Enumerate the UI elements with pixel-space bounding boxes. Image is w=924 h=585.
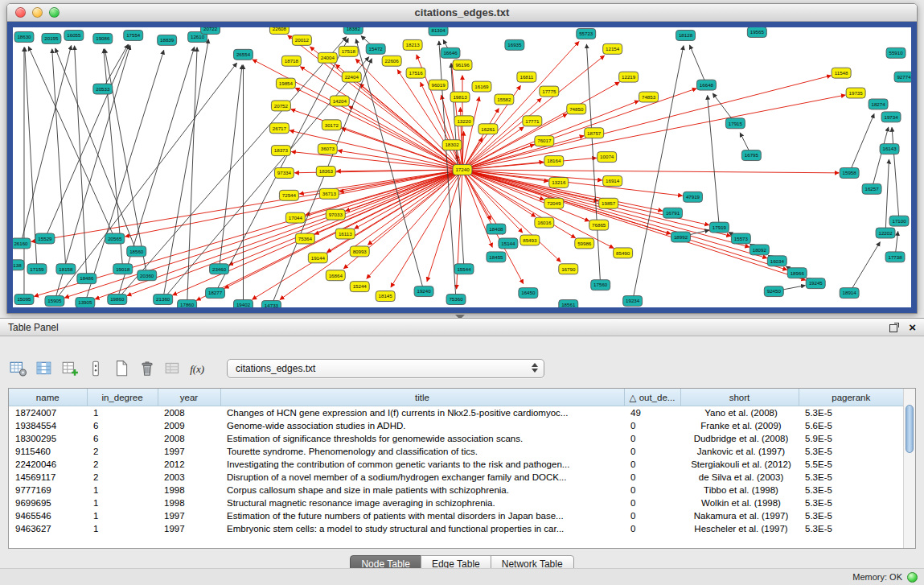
graph-node[interactable]: 16648	[696, 80, 716, 90]
table-cell[interactable]: 5.3E-5	[799, 496, 903, 509]
table-settings-button[interactable]	[8, 358, 29, 379]
graph-node[interactable]: 16790	[559, 264, 578, 274]
graph-node[interactable]: 19735	[846, 88, 865, 98]
graph-node[interactable]: 18408	[487, 224, 506, 234]
graph-node[interactable]: 18839	[158, 35, 177, 45]
delete-table-button[interactable]	[137, 358, 158, 379]
graph-edge[interactable]	[64, 170, 462, 298]
graph-edge[interactable]	[462, 170, 839, 173]
table-cell[interactable]: 5.3E-5	[799, 484, 903, 496]
graph-node[interactable]: 20195	[42, 33, 61, 43]
table-cell[interactable]: Yano et al. (2008)	[680, 406, 799, 420]
table-cell[interactable]: Jankovic et al. (1997)	[680, 445, 799, 458]
create-column-button[interactable]	[85, 358, 106, 379]
graph-node[interactable]: 30172	[322, 120, 341, 130]
table-cell[interactable]: Hescheler et al. (1997)	[680, 522, 799, 535]
graph-node[interactable]: 18966	[787, 268, 807, 278]
table-cell[interactable]: Changes of HCN gene expression and I(f) …	[220, 406, 624, 420]
table-cell[interactable]: Wolkin et al. (1998)	[680, 496, 799, 509]
graph-edge[interactable]	[187, 47, 197, 305]
graph-node[interactable]: 72544	[279, 190, 298, 200]
table-cell[interactable]: 2009	[158, 419, 220, 432]
table-cell[interactable]: 18300295	[9, 432, 87, 445]
graph-node[interactable]: 18914	[840, 288, 859, 299]
graph-node[interactable]: 26160	[13, 238, 31, 249]
table-cell[interactable]: 9465546	[9, 509, 87, 522]
zoom-window-button[interactable]	[49, 7, 60, 18]
close-window-button[interactable]	[15, 7, 26, 18]
table-cell[interactable]: 5.5E-5	[799, 458, 903, 471]
graph-node[interactable]: 15905	[45, 296, 64, 307]
graph-node[interactable]: 12202	[876, 228, 895, 238]
graph-node[interactable]: 16914	[603, 175, 622, 186]
table-row[interactable]: 2242004622012Investigating the contribut…	[9, 458, 903, 471]
graph-node[interactable]: 15472	[366, 43, 385, 54]
table-cell[interactable]: 18724007	[9, 406, 87, 420]
graph-node[interactable]: 15582	[495, 94, 514, 105]
graph-node[interactable]: 12219	[619, 72, 639, 82]
table-row[interactable]: 1456911722003Disruption of a novel membe…	[9, 471, 903, 484]
table-cell[interactable]: de Silva et al. (2003)	[680, 471, 799, 484]
column-header-out-de[interactable]: △ out_de...	[624, 389, 680, 406]
graph-node[interactable]: 18561	[559, 300, 578, 307]
table-cell[interactable]: 1997	[158, 509, 220, 522]
graph-node[interactable]: 18718	[281, 56, 301, 66]
graph-edge[interactable]	[163, 39, 209, 299]
graph-node[interactable]: 76017	[535, 136, 554, 146]
table-cell[interactable]: 5.9E-5	[799, 432, 903, 445]
graph-node[interactable]: 19813	[450, 92, 470, 102]
table-source-dropdown[interactable]: citations_edges.txt	[227, 359, 544, 378]
graph-node[interactable]: 16261	[478, 124, 498, 134]
graph-node[interactable]: 17560	[591, 280, 610, 290]
graph-node[interactable]: 19144	[308, 253, 327, 263]
graph-node[interactable]: 17860	[178, 300, 197, 307]
graph-node[interactable]: 81304	[429, 27, 448, 35]
graph-node[interactable]: 19018	[113, 264, 133, 274]
table-cell[interactable]: 0	[624, 419, 680, 432]
graph-edge[interactable]	[462, 97, 479, 170]
graph-edge[interactable]	[21, 45, 72, 243]
graph-edge[interactable]	[872, 127, 889, 189]
table-cell[interactable]: Tourette syndrome. Phenomenology and cla…	[220, 445, 624, 458]
create-table-button[interactable]	[111, 358, 132, 379]
graph-node[interactable]: 16450	[519, 288, 538, 299]
function-builder-button[interactable]: f(x)	[188, 358, 209, 379]
table-cell[interactable]: Dudbridge et al. (2008)	[680, 432, 799, 445]
float-panel-icon[interactable]	[889, 323, 899, 332]
graph-node[interactable]: 18213	[403, 39, 422, 50]
graph-node[interactable]: 15544	[454, 264, 474, 274]
graph-node[interactable]: 19854	[276, 78, 295, 89]
graph-node[interactable]: 36713	[319, 188, 339, 199]
toggle-column-visibility-button[interactable]	[34, 358, 55, 379]
graph-node[interactable]: 16257	[862, 183, 881, 194]
graph-node[interactable]: 13905	[76, 298, 95, 307]
table-cell[interactable]: 0	[624, 432, 680, 445]
graph-node[interactable]: 17919	[709, 222, 729, 233]
graph-node[interactable]: 15095	[14, 295, 34, 305]
table-cell[interactable]: 9777169	[9, 484, 87, 496]
graph-edge[interactable]	[462, 170, 806, 280]
table-cell[interactable]: 1	[87, 484, 158, 496]
graph-node[interactable]: 19138	[13, 260, 24, 270]
graph-node[interactable]: 16169	[472, 81, 491, 92]
table-cell[interactable]: Embryonic stem cells: a model to study s…	[220, 522, 624, 535]
column-header-pagerank[interactable]: pagerank	[799, 389, 903, 406]
graph-node[interactable]: 11548	[832, 68, 851, 78]
graph-node[interactable]: 10074	[598, 152, 617, 163]
graph-node[interactable]: 16864	[326, 270, 345, 281]
graph-node[interactable]: 55723	[577, 28, 596, 39]
graph-node[interactable]: 18092	[749, 245, 769, 255]
graph-node[interactable]: 16791	[663, 208, 683, 218]
graph-node[interactable]: 18158	[56, 264, 76, 274]
graph-node[interactable]: 96196	[453, 60, 472, 70]
graph-node[interactable]: 20012	[292, 35, 311, 45]
graph-node[interactable]: 19086	[93, 33, 113, 43]
graph-node[interactable]: 18992	[671, 232, 691, 242]
graph-node[interactable]: 21360	[154, 295, 173, 305]
graph-node[interactable]: 19857	[599, 198, 618, 208]
network-graph-canvas[interactable]: 18630 20195 16055 19086 17554 18839 1261…	[13, 27, 911, 307]
table-cell[interactable]: Investigating the contribution of common…	[220, 458, 624, 471]
table-cell[interactable]: 1	[87, 406, 158, 420]
graph-edge[interactable]	[229, 170, 462, 265]
graph-node[interactable]: 16795	[741, 150, 761, 161]
